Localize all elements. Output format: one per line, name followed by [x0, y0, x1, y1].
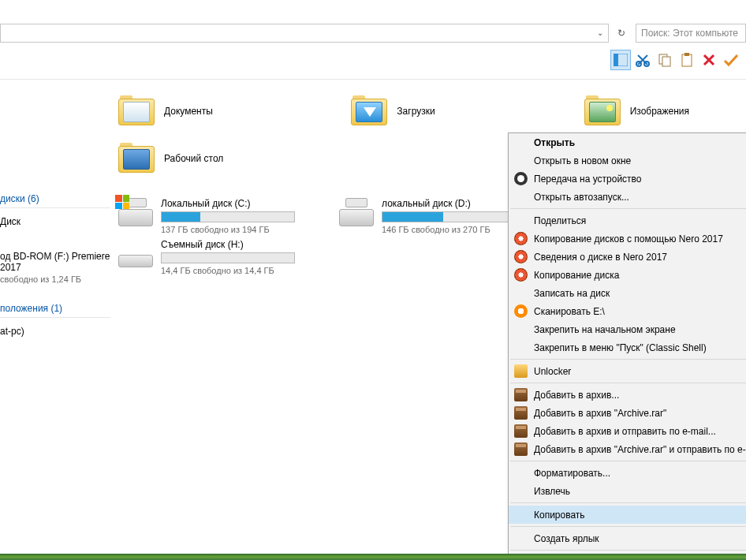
ctx-rar-named-email[interactable]: Добавить в архив "Archive.rar" и отправи…: [509, 440, 746, 458]
ctx-scan-avast[interactable]: Сканировать E:\: [509, 302, 746, 320]
rename-button[interactable]: [721, 50, 741, 70]
sidebar-item-atpc[interactable]: at-pc): [0, 323, 110, 340]
ctx-label: Добавить в архив "Archive.rar" и отправи…: [534, 444, 746, 455]
drive-label: Съемный диск (H:): [161, 239, 315, 250]
drive-usage-bar: [382, 211, 516, 222]
group-sidebar-fragment: диски (6) Диск од BD-ROM (F:) Premiere 2…: [0, 91, 110, 340]
drive-label: Локальный диск (C:): [161, 198, 315, 209]
search-input[interactable]: Поиск: Этот компьюте: [636, 24, 746, 43]
drive-h[interactable]: Съемный диск (H:) 14,4 ГБ свободно из 14…: [118, 239, 315, 275]
ctx-pin-classic-shell[interactable]: Закрепить в меню "Пуск" (Classic Shell): [509, 338, 746, 357]
ctx-open-new-window[interactable]: Открыть в новом окне: [509, 151, 746, 170]
folder-label: Документы: [164, 106, 213, 117]
ctx-label: Копировать: [534, 510, 585, 521]
ctx-open[interactable]: Открыть: [509, 133, 746, 151]
ctx-burn-to-disc[interactable]: Записать на диск: [509, 284, 746, 302]
refresh-button[interactable]: ↻: [612, 24, 631, 43]
winrar-icon: [514, 406, 528, 420]
ctx-copy-disc[interactable]: Копирование диска: [509, 266, 746, 284]
folder-downloads[interactable]: Загрузки: [351, 91, 513, 132]
action-toolbar: [610, 47, 741, 73]
ctx-open-autorun[interactable]: Открыть автозапуск...: [509, 188, 746, 206]
drive-icon: [118, 239, 153, 267]
delete-x-icon: [702, 53, 716, 67]
ctx-label: Записать на диск: [534, 288, 610, 299]
folder-icon: [118, 95, 156, 127]
svg-rect-7: [684, 53, 689, 56]
context-menu: Открыть Открыть в новом окне Передача на…: [508, 133, 746, 560]
ctx-label: Копирование диска: [534, 270, 619, 281]
folder-icon: [351, 95, 389, 127]
drive-d[interactable]: локальный диск (D:) 146 ГБ свободно из 2…: [339, 198, 536, 234]
preview-pane-button[interactable]: [610, 50, 631, 70]
drive-usage-bar: [161, 211, 295, 222]
ctx-separator: [510, 461, 746, 461]
key-icon: [514, 364, 528, 378]
delete-button[interactable]: [699, 50, 719, 70]
scissors-icon: [636, 53, 650, 67]
copy-icon: [658, 53, 672, 67]
ctx-label: Форматировать...: [534, 468, 610, 479]
ctx-eject[interactable]: Извлечь: [509, 482, 746, 500]
avast-icon: [514, 304, 528, 318]
cut-button[interactable]: [632, 50, 653, 70]
ctx-label: Открыть в новом окне: [534, 155, 631, 166]
ctx-separator: [510, 526, 746, 527]
drive-sub: 14,4 ГБ свободно из 14,4 ГБ: [161, 266, 315, 275]
paste-button[interactable]: [677, 50, 697, 70]
ctx-label: Открыть: [534, 137, 575, 148]
folder-icon: [118, 143, 156, 174]
drive-icon: [339, 198, 374, 226]
svg-rect-5: [662, 57, 670, 66]
ctx-label: Закрепить в меню "Пуск" (Classic Shell): [534, 342, 707, 353]
ctx-cast-to-device[interactable]: Передача на устройство: [509, 170, 746, 188]
drive-usage-bar: [161, 252, 295, 263]
ctx-label: Сканировать E:\: [534, 306, 605, 317]
ctx-rar-email[interactable]: Добавить в архив и отправить по e-mail..…: [509, 422, 746, 440]
folder-label: Рабочий стол: [164, 153, 223, 164]
ctx-label: Закрепить на начальном экране: [534, 324, 676, 335]
ctx-rar-add[interactable]: Добавить в архив...: [509, 386, 746, 404]
sidebar-item-bdrom-sub: свободно из 1,24 ГБ: [0, 273, 110, 284]
winrar-icon: [514, 424, 528, 438]
preview-pane-icon: [614, 54, 628, 66]
ctx-copy[interactable]: Копировать: [509, 506, 746, 524]
copy-button[interactable]: [655, 50, 675, 70]
clipboard-icon: [680, 53, 694, 67]
ctx-label: Добавить в архив "Archive.rar": [534, 408, 666, 419]
ctx-nero-copy[interactable]: Копирование дисков с помощью Nero 2017: [509, 230, 746, 248]
sidebar-item-bdrom-line1: од BD-ROM (F:) Premiere: [0, 251, 110, 262]
ctx-format[interactable]: Форматировать...: [509, 464, 746, 482]
ctx-label: Добавить в архив и отправить по e-mail..…: [534, 426, 716, 437]
drive-c[interactable]: Локальный диск (C:) 137 ГБ свободно из 1…: [118, 198, 315, 234]
folder-label: Изображения: [630, 106, 689, 117]
drive-usage-fill: [382, 212, 443, 222]
header-divider: [0, 79, 746, 80]
drive-icon: [118, 198, 153, 226]
ctx-separator: [510, 208, 746, 209]
svg-rect-6: [682, 54, 692, 66]
ctx-share[interactable]: Поделиться: [509, 211, 746, 230]
group-header-locations: положения (1): [0, 298, 110, 318]
taskbar-sliver: [0, 554, 746, 560]
address-dropdown-icon[interactable]: ⌄: [594, 27, 606, 39]
ctx-label: Unlocker: [534, 366, 571, 377]
folder-documents[interactable]: Документы: [118, 91, 280, 132]
ctx-pin-start[interactable]: Закрепить на начальном экране: [509, 320, 746, 338]
ctx-label: Поделиться: [534, 215, 586, 226]
ctx-unlocker[interactable]: Unlocker: [509, 362, 746, 380]
svg-rect-1: [614, 54, 618, 66]
ctx-nero-info[interactable]: Сведения о диске в Nero 2017: [509, 248, 746, 266]
sidebar-item-bdrom-line2: 2017: [0, 262, 110, 273]
ctx-rar-add-named[interactable]: Добавить в архив "Archive.rar": [509, 404, 746, 422]
ctx-label: Добавить в архив...: [534, 390, 619, 401]
nero-icon: [514, 268, 528, 282]
ctx-separator: [510, 359, 746, 360]
sidebar-item-bdrom[interactable]: од BD-ROM (F:) Premiere 2017 свободно из…: [0, 248, 110, 287]
ctx-create-shortcut[interactable]: Создать ярлык: [509, 529, 746, 547]
folder-desktop[interactable]: Рабочий стол: [118, 138, 292, 179]
sidebar-item-disk[interactable]: Диск: [0, 213, 110, 230]
address-bar[interactable]: ⌄: [0, 24, 609, 43]
folder-pictures[interactable]: Изображения: [584, 91, 746, 132]
ctx-label: Создать ярлык: [534, 533, 599, 544]
